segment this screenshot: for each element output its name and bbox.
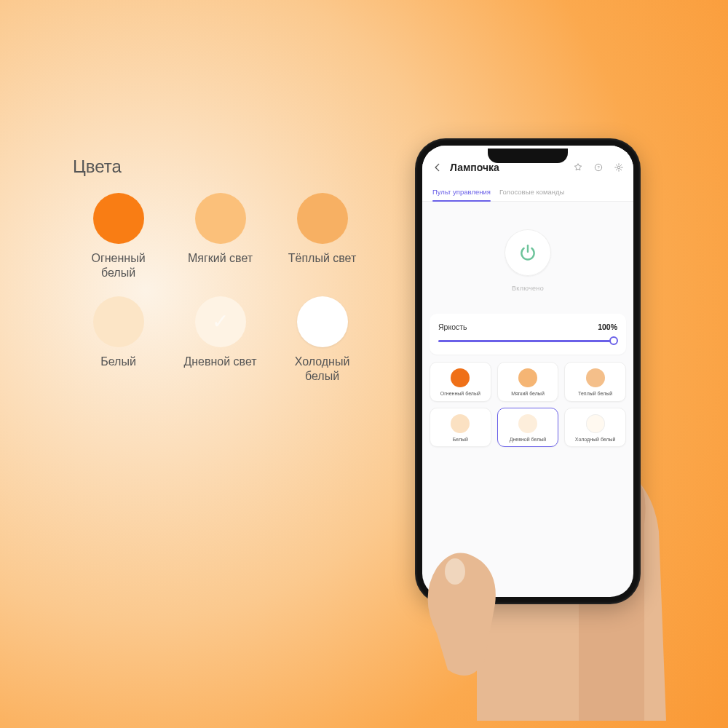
svg-point-2: [617, 166, 620, 169]
color-swatch: [518, 414, 537, 433]
swatch-label: Огненный белый: [73, 251, 164, 280]
palette-item: Холодный белый: [277, 296, 368, 384]
color-option[interactable]: Холодный белый: [564, 408, 626, 448]
color-label: Мягкий белый: [501, 391, 555, 397]
brightness-card: Яркость 100%: [430, 314, 626, 355]
brightness-slider[interactable]: [438, 336, 617, 346]
palette-item: Огненный белый: [73, 193, 164, 280]
color-label: Теплый белый: [568, 391, 622, 397]
brightness-label: Яркость: [438, 323, 467, 331]
swatch: [93, 296, 144, 347]
power-icon: [518, 243, 537, 262]
power-state-label: Включено: [422, 285, 633, 292]
color-palette: Цвета Огненный белый Мягкий свет Тёплый …: [73, 157, 364, 384]
color-option[interactable]: Белый: [430, 408, 491, 448]
color-swatch: [451, 414, 470, 433]
swatch: [195, 296, 246, 347]
color-option[interactable]: Огненный белый: [430, 362, 491, 402]
palette-item: Дневной свет: [175, 296, 266, 384]
swatch: [195, 193, 246, 244]
swatch: [93, 193, 144, 244]
swatch-label: Холодный белый: [277, 355, 368, 384]
phone-frame: Лампочка ? Пульт управления Голосовые ко…: [415, 138, 641, 604]
color-swatch: [586, 368, 605, 387]
color-option[interactable]: Теплый белый: [564, 362, 626, 402]
star-icon[interactable]: [572, 162, 584, 173]
swatch-label: Тёплый свет: [277, 251, 368, 266]
power-section: Включено: [422, 202, 633, 299]
gear-icon[interactable]: [613, 162, 625, 173]
color-label: Холодный белый: [568, 437, 622, 443]
tabs: Пульт управления Голосовые команды: [422, 183, 633, 202]
slider-track: [438, 340, 617, 342]
color-label: Дневной белый: [501, 437, 555, 443]
color-option[interactable]: Мягкий белый: [497, 362, 559, 402]
app-title: Лампочка: [450, 162, 499, 173]
color-swatch: [586, 414, 605, 433]
slider-thumb[interactable]: [609, 336, 618, 345]
color-swatch: [451, 368, 470, 387]
color-grid: Огненный белый Мягкий белый Теплый белый…: [430, 362, 626, 447]
swatch: [297, 296, 348, 347]
phone-screen: Лампочка ? Пульт управления Голосовые ко…: [422, 146, 633, 597]
palette-item: Мягкий свет: [175, 193, 266, 280]
swatch-label: Белый: [73, 355, 164, 369]
palette-grid: Огненный белый Мягкий свет Тёплый свет Б…: [73, 193, 364, 384]
color-option-selected[interactable]: Дневной белый: [497, 408, 559, 448]
swatch-label: Мягкий свет: [175, 251, 266, 266]
palette-item: Белый: [73, 296, 164, 384]
swatch: [297, 193, 348, 244]
power-button[interactable]: [505, 229, 551, 276]
tab-control[interactable]: Пульт управления: [432, 183, 491, 201]
palette-title: Цвета: [73, 157, 364, 177]
tab-voice[interactable]: Голосовые команды: [499, 183, 564, 201]
help-icon[interactable]: ?: [593, 162, 604, 173]
back-icon[interactable]: [431, 161, 444, 174]
color-swatch: [518, 368, 537, 387]
svg-text:?: ?: [597, 165, 600, 170]
swatch-label: Дневной свет: [175, 355, 266, 369]
color-label: Белый: [433, 437, 488, 443]
app-header: Лампочка ?: [422, 146, 633, 183]
phone: Лампочка ? Пульт управления Голосовые ко…: [415, 138, 641, 604]
color-label: Огненный белый: [433, 391, 488, 397]
palette-item: Тёплый свет: [277, 193, 368, 280]
brightness-value: 100%: [598, 323, 617, 331]
